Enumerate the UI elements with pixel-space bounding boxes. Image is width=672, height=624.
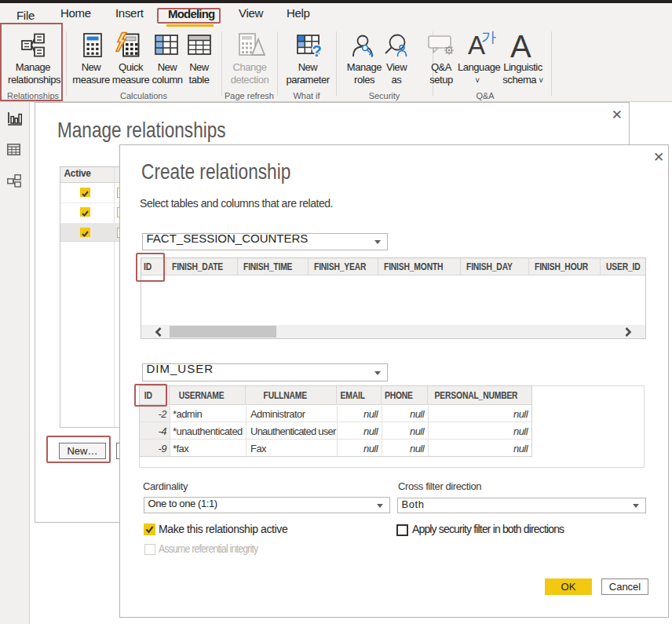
svg-text:?: ? bbox=[312, 42, 322, 57]
